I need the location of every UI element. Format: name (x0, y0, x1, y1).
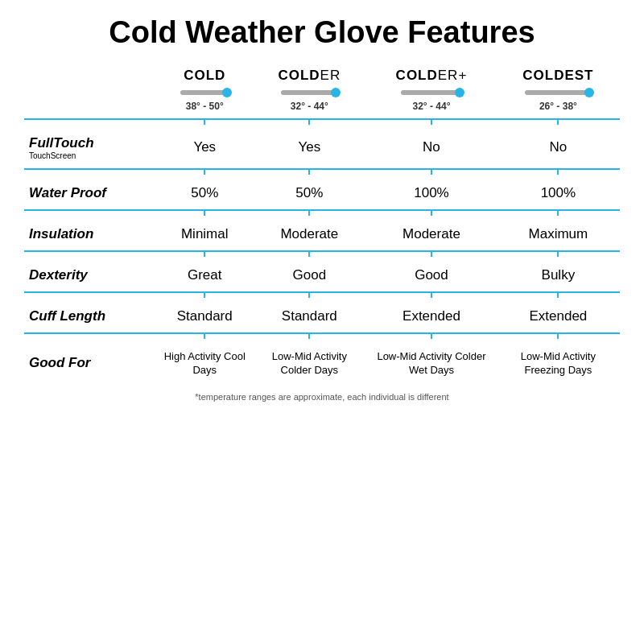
feature-label-3: Dexterity (24, 259, 157, 292)
footnote: *temperature ranges are approximate, eac… (24, 392, 620, 402)
value-cell-0-1: Yes (252, 127, 366, 169)
value-cell-4-1: Standard (252, 300, 366, 333)
divider-cell-4-4 (497, 292, 620, 300)
feature-col-header (24, 64, 157, 119)
divider-cell-2-2 (252, 210, 366, 218)
thermo-dot-colderplus (455, 88, 464, 97)
col-coldest-thermo (502, 87, 615, 98)
data-row-1: Water Proof50%50%100%100% (24, 177, 620, 210)
divider-cell-3-2 (252, 251, 366, 259)
divider-cell-2-3 (366, 210, 497, 218)
value-cell-1-1: 50% (252, 177, 366, 210)
data-row-4: Cuff LengthStandardStandardExtendedExten… (24, 300, 620, 333)
col-colderplus-header: COLDER+ 32° - 44° (366, 64, 497, 119)
col-cold-thermo (162, 87, 247, 98)
divider-cell-1-4 (497, 169, 620, 177)
divider-cell-0-1 (157, 119, 252, 127)
divider-cell-0-3 (366, 119, 497, 127)
divider-cell-4-0 (24, 292, 157, 300)
divider-row-5 (24, 333, 620, 341)
value-cell-3-2: Good (366, 259, 497, 292)
features-table: COLD 38° - 50° COLDER (24, 64, 620, 386)
col-cold-temp: 38° - 50° (162, 101, 247, 112)
divider-cell-4-2 (252, 292, 366, 300)
col-colderplus-thermo (371, 87, 492, 98)
table-wrapper: COLD 38° - 50° COLDER (24, 64, 620, 636)
feature-label-2: Insulation (24, 218, 157, 251)
data-row-5: Good ForHigh Activity Cool DaysLow-Mid A… (24, 341, 620, 386)
col-colderplus-label: COLDER+ (371, 68, 492, 84)
divider-cell-2-1 (157, 210, 252, 218)
value-cell-4-2: Extended (366, 300, 497, 333)
feature-label-1: Water Proof (24, 177, 157, 210)
value-cell-2-3: Maximum (497, 218, 620, 251)
value-cell-5-1: Low-Mid Activity Colder Days (252, 341, 366, 386)
divider-cell-3-4 (497, 251, 620, 259)
col-colderplus-temp: 32° - 44° (371, 101, 492, 112)
thermo-dot-coldest (584, 88, 594, 97)
divider-cell-5-1 (157, 333, 252, 341)
divider-cell-5-0 (24, 333, 157, 341)
value-cell-5-3: Low-Mid Activity Freezing Days (497, 341, 620, 386)
thermo-track-colder (281, 90, 337, 95)
feature-label-0: FullTouchTouchScreen (24, 127, 157, 169)
divider-cell-1-1 (157, 169, 252, 177)
thermo-dot-colder (331, 88, 341, 97)
divider-row-1 (24, 169, 620, 177)
col-colder-temp: 32° - 44° (257, 101, 361, 112)
value-cell-2-2: Moderate (366, 218, 497, 251)
divider-cell-0-4 (497, 119, 620, 127)
thermo-dot-cold (222, 88, 232, 97)
thermo-track-coldest (525, 90, 591, 95)
divider-cell-4-3 (366, 292, 497, 300)
value-cell-0-0: Yes (157, 127, 252, 169)
divider-cell-4-1 (157, 292, 252, 300)
divider-cell-2-4 (497, 210, 620, 218)
divider-cell-5-3 (366, 333, 497, 341)
value-cell-5-2: Low-Mid Activity Colder Wet Days (366, 341, 497, 386)
value-cell-3-0: Great (157, 259, 252, 292)
divider-cell-5-2 (252, 333, 366, 341)
divider-cell-3-3 (366, 251, 497, 259)
divider-cell-2-0 (24, 210, 157, 218)
value-cell-3-1: Good (252, 259, 366, 292)
value-cell-4-0: Standard (157, 300, 252, 333)
page: Cold Weather Glove Features COLD (0, 0, 644, 644)
value-cell-2-1: Moderate (252, 218, 366, 251)
divider-row-2 (24, 210, 620, 218)
divider-cell-5-4 (497, 333, 620, 341)
value-cell-1-2: 100% (366, 177, 497, 210)
col-colder-header: COLDER 32° - 44° (252, 64, 366, 119)
thermo-track-cold (180, 90, 229, 95)
value-cell-0-3: No (497, 127, 620, 169)
divider-cell-1-2 (252, 169, 366, 177)
col-colder-thermo (257, 87, 361, 98)
data-row-3: DexterityGreatGoodGoodBulky (24, 259, 620, 292)
value-cell-1-3: 100% (497, 177, 620, 210)
col-coldest-temp: 26° - 38° (502, 101, 615, 112)
divider-row-4 (24, 292, 620, 300)
data-row-2: InsulationMinimalModerateModerateMaximum (24, 218, 620, 251)
value-cell-0-2: No (366, 127, 497, 169)
divider-cell-0-2 (252, 119, 366, 127)
feature-label-5: Good For (24, 341, 157, 386)
divider-cell-3-0 (24, 251, 157, 259)
divider-cell-3-1 (157, 251, 252, 259)
value-cell-5-0: High Activity Cool Days (157, 341, 252, 386)
col-cold-header: COLD 38° - 50° (157, 64, 252, 119)
col-coldest-label: coldEST (502, 68, 615, 84)
divider-cell-1-0 (24, 169, 157, 177)
divider-cell-0-0 (24, 119, 157, 127)
value-cell-4-3: Extended (497, 300, 620, 333)
divider-cell-1-3 (366, 169, 497, 177)
divider-row-0 (24, 119, 620, 127)
value-cell-2-0: Minimal (157, 218, 252, 251)
col-coldest-header: coldEST 26° - 38° (497, 64, 620, 119)
value-cell-1-0: 50% (157, 177, 252, 210)
value-cell-3-3: Bulky (497, 259, 620, 292)
thermo-track-colderplus (401, 90, 461, 95)
col-cold-label: COLD (162, 68, 247, 84)
col-colder-label: COLDER (257, 68, 361, 84)
divider-row-3 (24, 251, 620, 259)
header-row: COLD 38° - 50° COLDER (24, 64, 620, 119)
